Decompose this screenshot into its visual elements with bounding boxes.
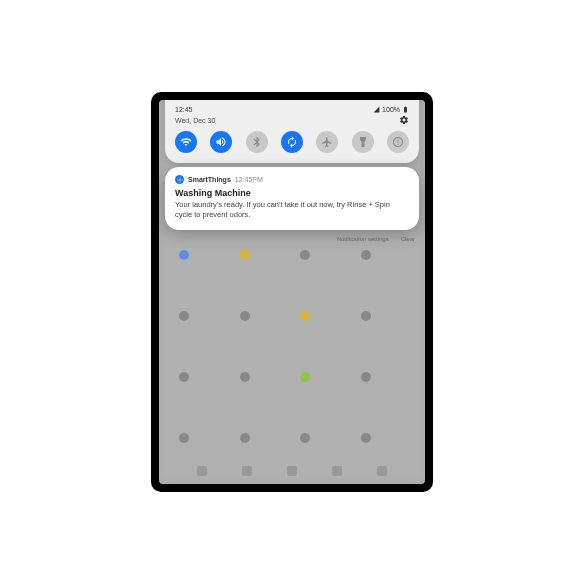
volume-icon xyxy=(215,136,227,148)
battery-icon xyxy=(402,106,409,113)
wifi-icon xyxy=(180,136,192,148)
bottom-nav xyxy=(159,466,425,476)
notification-app-name: SmartThings xyxy=(188,176,231,183)
notification-shade[interactable]: 12:45 100% Wed, Dec 30 xyxy=(159,100,425,242)
flashlight-icon xyxy=(357,136,369,148)
flashlight-toggle[interactable] xyxy=(352,131,374,153)
svg-point-0 xyxy=(179,179,181,181)
bluetooth-icon xyxy=(251,136,263,148)
svg-point-2 xyxy=(179,181,180,182)
power-saving-icon xyxy=(392,136,404,148)
battery-text: 100% xyxy=(382,106,400,113)
quick-settings-panel: 12:45 100% Wed, Dec 30 xyxy=(165,100,419,163)
svg-point-3 xyxy=(177,179,178,180)
volume-toggle[interactable] xyxy=(210,131,232,153)
svg-point-1 xyxy=(179,177,180,178)
background-grid xyxy=(159,240,425,484)
quick-settings-row xyxy=(175,131,409,153)
gear-icon[interactable] xyxy=(399,115,409,125)
notification-footer: Notification settings Clear xyxy=(169,236,415,242)
smartthings-app-icon xyxy=(175,175,184,184)
device-frame: 12:45 100% Wed, Dec 30 xyxy=(151,92,433,492)
signal-icon xyxy=(373,106,380,113)
status-time: 12:45 xyxy=(175,106,193,113)
status-right: 100% xyxy=(373,106,409,113)
screen: 12:45 100% Wed, Dec 30 xyxy=(159,100,425,484)
airplane-icon xyxy=(321,136,333,148)
notification-title: Washing Machine xyxy=(175,188,409,198)
bluetooth-toggle[interactable] xyxy=(246,131,268,153)
status-bar: 12:45 100% xyxy=(175,106,409,113)
wifi-toggle[interactable] xyxy=(175,131,197,153)
power-saving-toggle[interactable] xyxy=(387,131,409,153)
notification-body: Your laundry's ready. If you can't take … xyxy=(175,200,409,220)
notification-time: 12:45PM xyxy=(235,176,263,183)
shade-date: Wed, Dec 30 xyxy=(175,117,215,124)
notification-card[interactable]: SmartThings 12:45PM Washing Machine Your… xyxy=(165,167,419,230)
airplane-toggle[interactable] xyxy=(316,131,338,153)
clear-button[interactable]: Clear xyxy=(401,236,415,242)
notification-settings-link[interactable]: Notification settings xyxy=(337,236,389,242)
notification-header: SmartThings 12:45PM xyxy=(175,175,409,184)
svg-point-4 xyxy=(181,179,182,180)
rotate-toggle[interactable] xyxy=(281,131,303,153)
rotate-icon xyxy=(286,136,298,148)
